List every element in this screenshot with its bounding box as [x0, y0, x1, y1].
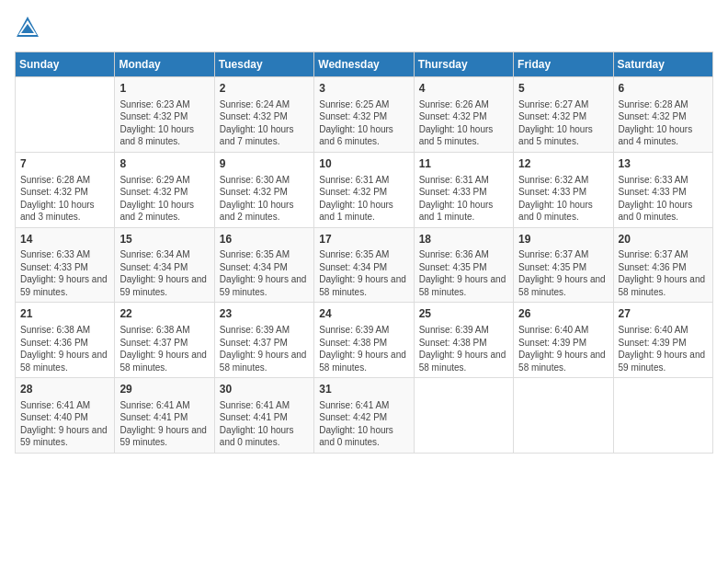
cell-info: Sunrise: 6:33 AM Sunset: 4:33 PM Dayligh… — [20, 248, 109, 298]
cell-info: Sunrise: 6:40 AM Sunset: 4:39 PM Dayligh… — [619, 324, 708, 373]
logo-icon — [15, 15, 40, 40]
cell-info: Sunrise: 6:31 AM Sunset: 4:32 PM Dayligh… — [319, 174, 408, 224]
calendar-cell: 6Sunrise: 6:28 AM Sunset: 4:32 PM Daylig… — [613, 77, 712, 153]
cell-info: Sunrise: 6:38 AM Sunset: 4:36 PM Dayligh… — [20, 324, 109, 373]
calendar-cell: 12Sunrise: 6:32 AM Sunset: 4:33 PM Dayli… — [514, 152, 613, 227]
cell-info: Sunrise: 6:29 AM Sunset: 4:32 PM Dayligh… — [119, 174, 209, 224]
cell-info: Sunrise: 6:41 AM Sunset: 4:40 PM Dayligh… — [20, 399, 109, 449]
cell-info: Sunrise: 6:39 AM Sunset: 4:37 PM Dayligh… — [220, 324, 309, 373]
calendar-cell: 15Sunrise: 6:34 AM Sunset: 4:34 PM Dayli… — [115, 227, 214, 303]
cell-info: Sunrise: 6:36 AM Sunset: 4:35 PM Dayligh… — [419, 248, 508, 298]
day-number: 17 — [319, 232, 408, 247]
calendar-cell: 19Sunrise: 6:37 AM Sunset: 4:35 PM Dayli… — [514, 227, 613, 303]
calendar-cell: 22Sunrise: 6:38 AM Sunset: 4:37 PM Dayli… — [115, 303, 214, 378]
cell-info: Sunrise: 6:39 AM Sunset: 4:38 PM Dayligh… — [319, 324, 408, 373]
calendar-cell: 31Sunrise: 6:41 AM Sunset: 4:42 PM Dayli… — [314, 378, 414, 454]
day-number: 20 — [619, 232, 708, 247]
calendar-cell — [16, 77, 115, 153]
cell-info: Sunrise: 6:31 AM Sunset: 4:33 PM Dayligh… — [419, 174, 508, 224]
calendar-cell: 18Sunrise: 6:36 AM Sunset: 4:35 PM Dayli… — [414, 227, 513, 303]
cell-info: Sunrise: 6:41 AM Sunset: 4:41 PM Dayligh… — [220, 399, 309, 449]
day-number: 4 — [419, 81, 508, 97]
weekday-header-saturday: Saturday — [613, 52, 712, 77]
day-number: 5 — [518, 81, 608, 97]
day-number: 31 — [319, 382, 408, 397]
day-number: 29 — [119, 382, 209, 397]
calendar-cell: 9Sunrise: 6:30 AM Sunset: 4:32 PM Daylig… — [214, 152, 313, 227]
cell-info: Sunrise: 6:25 AM Sunset: 4:32 PM Dayligh… — [319, 98, 408, 148]
calendar-week-1: 1Sunrise: 6:23 AM Sunset: 4:32 PM Daylig… — [16, 77, 713, 153]
calendar-cell: 29Sunrise: 6:41 AM Sunset: 4:41 PM Dayli… — [115, 378, 214, 454]
calendar-table: SundayMondayTuesdayWednesdayThursdayFrid… — [15, 52, 713, 454]
cell-info: Sunrise: 6:33 AM Sunset: 4:33 PM Dayligh… — [619, 174, 708, 224]
cell-info: Sunrise: 6:37 AM Sunset: 4:35 PM Dayligh… — [518, 248, 608, 298]
day-number: 24 — [319, 306, 408, 322]
cell-info: Sunrise: 6:35 AM Sunset: 4:34 PM Dayligh… — [220, 248, 309, 298]
day-number: 26 — [518, 306, 608, 322]
day-number: 10 — [319, 156, 408, 172]
page-header — [15, 15, 713, 40]
calendar-cell — [613, 378, 712, 454]
day-number: 16 — [220, 232, 309, 247]
cell-info: Sunrise: 6:41 AM Sunset: 4:41 PM Dayligh… — [119, 399, 209, 449]
calendar-cell: 28Sunrise: 6:41 AM Sunset: 4:40 PM Dayli… — [16, 378, 115, 454]
calendar-cell: 10Sunrise: 6:31 AM Sunset: 4:32 PM Dayli… — [314, 152, 414, 227]
cell-info: Sunrise: 6:40 AM Sunset: 4:39 PM Dayligh… — [518, 324, 608, 373]
weekday-header-sunday: Sunday — [16, 52, 115, 77]
calendar-cell: 4Sunrise: 6:26 AM Sunset: 4:32 PM Daylig… — [414, 77, 513, 153]
cell-info: Sunrise: 6:41 AM Sunset: 4:42 PM Dayligh… — [319, 399, 408, 449]
calendar-cell: 25Sunrise: 6:39 AM Sunset: 4:38 PM Dayli… — [414, 303, 513, 378]
cell-info: Sunrise: 6:23 AM Sunset: 4:32 PM Dayligh… — [119, 98, 209, 148]
cell-info: Sunrise: 6:28 AM Sunset: 4:32 PM Dayligh… — [619, 98, 708, 148]
day-number: 28 — [20, 382, 109, 397]
weekday-header-friday: Friday — [514, 52, 613, 77]
calendar-cell: 20Sunrise: 6:37 AM Sunset: 4:36 PM Dayli… — [613, 227, 712, 303]
day-number: 7 — [20, 156, 109, 172]
cell-info: Sunrise: 6:24 AM Sunset: 4:32 PM Dayligh… — [220, 98, 309, 148]
day-number: 30 — [220, 382, 309, 397]
calendar-cell — [414, 378, 513, 454]
cell-info: Sunrise: 6:28 AM Sunset: 4:32 PM Dayligh… — [20, 174, 109, 224]
day-number: 19 — [518, 232, 608, 247]
calendar-cell: 24Sunrise: 6:39 AM Sunset: 4:38 PM Dayli… — [314, 303, 414, 378]
day-number: 14 — [20, 232, 109, 247]
day-number: 21 — [20, 306, 109, 322]
calendar-cell: 7Sunrise: 6:28 AM Sunset: 4:32 PM Daylig… — [16, 152, 115, 227]
day-number: 1 — [119, 81, 209, 97]
day-number: 6 — [619, 81, 708, 97]
cell-info: Sunrise: 6:27 AM Sunset: 4:32 PM Dayligh… — [518, 98, 608, 148]
day-number: 2 — [220, 81, 309, 97]
calendar-body: 1Sunrise: 6:23 AM Sunset: 4:32 PM Daylig… — [16, 77, 713, 454]
cell-info: Sunrise: 6:34 AM Sunset: 4:34 PM Dayligh… — [119, 248, 209, 298]
calendar-cell: 8Sunrise: 6:29 AM Sunset: 4:32 PM Daylig… — [115, 152, 214, 227]
day-number: 3 — [319, 81, 408, 97]
calendar-cell: 11Sunrise: 6:31 AM Sunset: 4:33 PM Dayli… — [414, 152, 513, 227]
calendar-cell — [514, 378, 613, 454]
weekday-header-wednesday: Wednesday — [314, 52, 414, 77]
weekday-header-monday: Monday — [115, 52, 214, 77]
calendar-week-3: 14Sunrise: 6:33 AM Sunset: 4:33 PM Dayli… — [16, 227, 713, 303]
calendar-cell: 13Sunrise: 6:33 AM Sunset: 4:33 PM Dayli… — [613, 152, 712, 227]
calendar-cell: 1Sunrise: 6:23 AM Sunset: 4:32 PM Daylig… — [115, 77, 214, 153]
calendar-cell: 5Sunrise: 6:27 AM Sunset: 4:32 PM Daylig… — [514, 77, 613, 153]
calendar-cell: 14Sunrise: 6:33 AM Sunset: 4:33 PM Dayli… — [16, 227, 115, 303]
weekday-header-tuesday: Tuesday — [214, 52, 313, 77]
day-number: 11 — [419, 156, 508, 172]
calendar-cell: 17Sunrise: 6:35 AM Sunset: 4:34 PM Dayli… — [314, 227, 414, 303]
logo — [15, 15, 44, 40]
day-number: 9 — [220, 156, 309, 172]
weekday-row: SundayMondayTuesdayWednesdayThursdayFrid… — [16, 52, 713, 77]
calendar-cell: 23Sunrise: 6:39 AM Sunset: 4:37 PM Dayli… — [214, 303, 313, 378]
calendar-week-5: 28Sunrise: 6:41 AM Sunset: 4:40 PM Dayli… — [16, 378, 713, 454]
day-number: 8 — [119, 156, 209, 172]
cell-info: Sunrise: 6:26 AM Sunset: 4:32 PM Dayligh… — [419, 98, 508, 148]
calendar-week-2: 7Sunrise: 6:28 AM Sunset: 4:32 PM Daylig… — [16, 152, 713, 227]
day-number: 15 — [119, 232, 209, 247]
day-number: 25 — [419, 306, 508, 322]
cell-info: Sunrise: 6:37 AM Sunset: 4:36 PM Dayligh… — [619, 248, 708, 298]
day-number: 23 — [220, 306, 309, 322]
calendar-cell: 21Sunrise: 6:38 AM Sunset: 4:36 PM Dayli… — [16, 303, 115, 378]
day-number: 12 — [518, 156, 608, 172]
day-number: 13 — [619, 156, 708, 172]
cell-info: Sunrise: 6:39 AM Sunset: 4:38 PM Dayligh… — [419, 324, 508, 373]
